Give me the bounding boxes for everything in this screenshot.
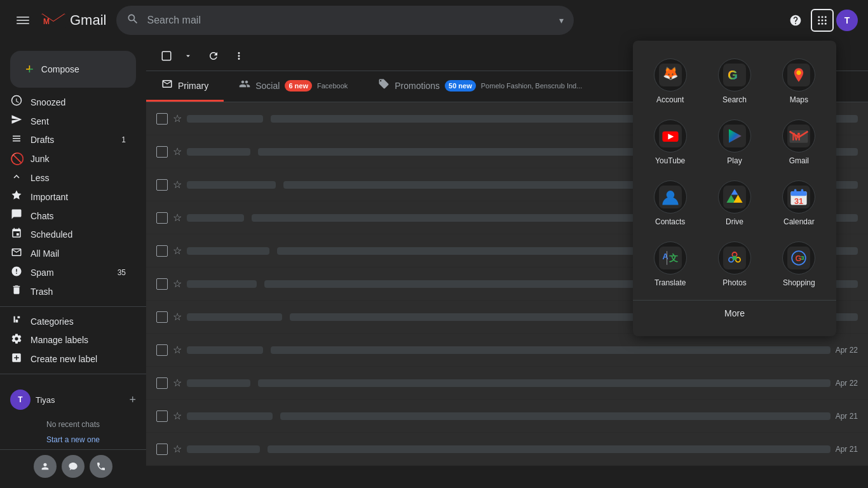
- start-new-chat-link[interactable]: Start a new one: [5, 434, 141, 449]
- tab-promotions[interactable]: Promotions 50 new Pomelo Fashion, Benscr…: [363, 71, 597, 102]
- drive-app-icon: [718, 180, 751, 214]
- email-checkbox[interactable]: [156, 377, 168, 389]
- email-checkbox[interactable]: [156, 344, 168, 356]
- youtube-app-icon: [654, 119, 687, 152]
- help-button[interactable]: [783, 8, 808, 33]
- app-item-calendar[interactable]: 31 Calendar: [767, 173, 831, 234]
- email-checkbox[interactable]: [156, 444, 168, 455]
- chat-bottom-icon[interactable]: [62, 455, 85, 478]
- star-icon[interactable]: ☆: [173, 179, 182, 191]
- compose-button[interactable]: + Compose: [10, 51, 136, 88]
- sidebar-item-trash[interactable]: Trash: [0, 282, 136, 301]
- email-checkbox[interactable]: [156, 278, 168, 290]
- tab-primary[interactable]: Primary: [146, 71, 224, 102]
- search-bar[interactable]: Search mail ▾: [116, 6, 574, 35]
- table-row[interactable]: ☆ Apr 22: [146, 367, 868, 400]
- email-checkbox[interactable]: [156, 410, 168, 422]
- sidebar: + Compose Snoozed Sent Drafts 1 🚫 Junk: [0, 41, 146, 488]
- app-item-shopping[interactable]: G Shopping: [767, 234, 831, 295]
- svg-point-10: [825, 20, 827, 22]
- photos-app-icon: [718, 241, 751, 274]
- email-content: [187, 445, 831, 453]
- tab-social[interactable]: Social 6 new Facebook: [224, 71, 363, 102]
- email-checkbox[interactable]: [156, 212, 168, 224]
- contacts-bottom-icon[interactable]: [34, 455, 57, 478]
- email-date: Apr 22: [836, 346, 858, 355]
- spam-count: 35: [118, 268, 126, 277]
- star-icon[interactable]: ☆: [173, 245, 182, 257]
- star-icon[interactable]: ☆: [173, 278, 182, 290]
- email-sender: [187, 247, 269, 255]
- star-icon[interactable]: ☆: [173, 112, 182, 125]
- sidebar-item-junk[interactable]: 🚫 Junk: [0, 149, 136, 168]
- app-item-maps[interactable]: Maps: [767, 51, 831, 112]
- sidebar-item-scheduled[interactable]: Scheduled: [0, 226, 136, 245]
- star-icon[interactable]: ☆: [173, 377, 182, 389]
- sidebar-item-less[interactable]: Less: [0, 168, 136, 187]
- svg-text:🦊: 🦊: [662, 65, 678, 81]
- chat-add-button[interactable]: +: [129, 393, 136, 407]
- table-row[interactable]: ☆ Apr 22: [146, 334, 868, 367]
- svg-point-13: [825, 23, 827, 25]
- svg-point-8: [818, 20, 820, 22]
- sidebar-item-categories[interactable]: Categories: [0, 312, 136, 331]
- sidebar-item-manage-labels[interactable]: Manage labels: [0, 331, 136, 350]
- junk-label: Junk: [31, 154, 126, 164]
- sidebar-item-chats[interactable]: Chats: [0, 207, 136, 226]
- app-item-translate[interactable]: A 文 Translate: [638, 234, 702, 295]
- app-item-drive[interactable]: Drive: [702, 173, 766, 234]
- menu-button[interactable]: [10, 8, 36, 33]
- star-icon[interactable]: ☆: [173, 344, 182, 356]
- social-sub: Facebook: [317, 82, 348, 90]
- app-item-search[interactable]: G G Search: [702, 51, 766, 112]
- email-checkbox[interactable]: [156, 311, 168, 323]
- chat-section: T Tiyas + No recent chats Start a new on…: [0, 384, 146, 449]
- email-checkbox[interactable]: [156, 179, 168, 191]
- table-row[interactable]: ☆ Apr 21: [146, 433, 868, 466]
- gmail-app-icon: M: [782, 119, 815, 152]
- select-dropdown[interactable]: [178, 46, 198, 66]
- sidebar-item-snoozed[interactable]: Snoozed: [0, 93, 136, 112]
- more-options-button[interactable]: [229, 46, 249, 66]
- app-item-account[interactable]: 🦊 Account: [638, 51, 702, 112]
- svg-point-9: [822, 20, 824, 22]
- sidebar-item-drafts[interactable]: Drafts 1: [0, 131, 136, 150]
- refresh-button[interactable]: [203, 46, 224, 66]
- gmail-wordmark: Gmail: [70, 12, 106, 29]
- apps-more-button[interactable]: More: [633, 300, 836, 326]
- star-icon[interactable]: ☆: [173, 311, 182, 323]
- drive-app-label: Drive: [726, 217, 743, 226]
- select-checkbox[interactable]: [156, 46, 177, 66]
- table-row[interactable]: ☆ Apr 21: [146, 400, 868, 433]
- sidebar-item-spam[interactable]: Spam 35: [0, 263, 136, 282]
- search-dropdown-icon[interactable]: ▾: [559, 15, 564, 25]
- svg-text:M: M: [43, 17, 50, 26]
- search-app-label: Search: [722, 95, 747, 104]
- svg-text:G: G: [796, 254, 802, 263]
- app-item-contacts[interactable]: Contacts: [638, 173, 702, 234]
- star-icon[interactable]: ☆: [173, 443, 182, 455]
- sidebar-item-all-mail[interactable]: All Mail: [0, 244, 136, 263]
- app-item-photos[interactable]: Photos: [702, 234, 766, 295]
- svg-rect-41: [801, 189, 804, 193]
- sidebar-item-sent[interactable]: Sent: [0, 112, 136, 131]
- contacts-app-icon: [654, 180, 687, 214]
- svg-text:31: 31: [794, 197, 803, 206]
- star-icon[interactable]: ☆: [173, 146, 182, 158]
- star-icon[interactable]: ☆: [173, 212, 182, 224]
- email-checkbox[interactable]: [156, 113, 168, 125]
- manage-labels-icon: [10, 333, 23, 348]
- app-item-gmail[interactable]: M Gmail: [767, 112, 831, 173]
- sidebar-item-create-label[interactable]: Create new label: [0, 349, 136, 369]
- google-apps-button[interactable]: [811, 9, 834, 32]
- account-avatar[interactable]: T: [836, 10, 858, 31]
- star-icon[interactable]: ☆: [173, 410, 182, 422]
- app-item-youtube[interactable]: YouTube: [638, 112, 702, 173]
- email-checkbox[interactable]: [156, 245, 168, 257]
- phone-bottom-icon[interactable]: [90, 455, 112, 478]
- svg-rect-40: [794, 189, 797, 193]
- sidebar-item-important[interactable]: Important: [0, 187, 136, 207]
- app-item-play[interactable]: Play: [702, 112, 766, 173]
- less-label: Less: [31, 173, 126, 183]
- email-checkbox[interactable]: [156, 146, 168, 158]
